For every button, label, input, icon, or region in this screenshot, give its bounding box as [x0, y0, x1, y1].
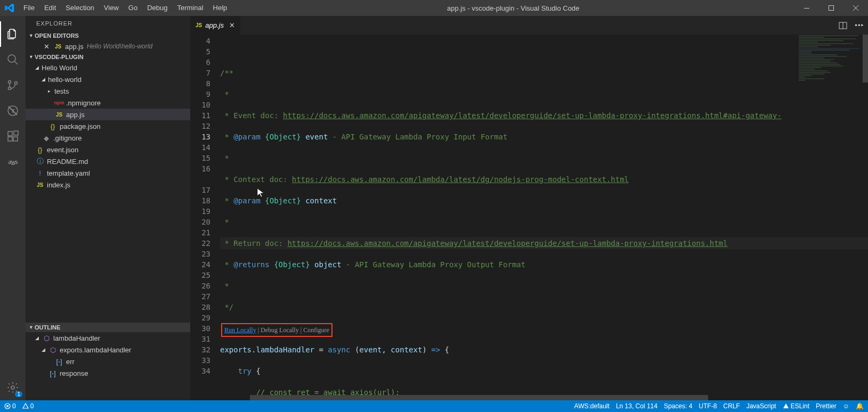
file-gitignore[interactable]: ◆.gitignore	[26, 132, 190, 144]
project-section[interactable]: VSCODE-PLUGIN	[26, 52, 190, 62]
close-icon[interactable]: ✕	[229, 21, 235, 29]
outline-exports[interactable]: ◢⬡exports.lambdaHandler	[26, 344, 190, 356]
status-encoding[interactable]: UTF-8	[699, 402, 717, 410]
svg-point-3	[9, 81, 11, 84]
source-control-icon[interactable]	[0, 72, 26, 98]
outline-lambdahandler[interactable]: ◢⬡lambdaHandler	[26, 332, 190, 344]
file-packagejson[interactable]: {}package.json	[26, 120, 190, 132]
outline-section[interactable]: OUTLINE	[26, 323, 190, 332]
folder-hello-world[interactable]: ◢Hello World	[26, 62, 190, 73]
method-icon: ⬡	[48, 346, 58, 354]
line-gutter: 4567891011121314151617181920212223242526…	[190, 35, 220, 400]
tab-bar: JS app.js ✕ •••	[190, 16, 868, 35]
file-indexjs[interactable]: JSindex.js	[26, 179, 190, 191]
horizontal-scrollbar[interactable]	[250, 395, 861, 400]
status-spaces[interactable]: Spaces: 4	[664, 402, 692, 410]
code-lines[interactable]: /** * * Event doc: https://docs.aws.amaz…	[220, 35, 868, 400]
git-file-icon: ◆	[42, 134, 51, 142]
file-appjs[interactable]: JSapp.js	[26, 109, 190, 120]
variable-icon: [⋅]	[54, 358, 64, 366]
menu-edit[interactable]: Edit	[39, 0, 61, 16]
svg-rect-1	[829, 6, 834, 11]
js-file-icon: JS	[196, 22, 202, 28]
status-prettier[interactable]: Prettier	[816, 402, 837, 410]
menu-file[interactable]: File	[19, 0, 39, 16]
open-editor-hint: Hello World\hello-world	[87, 43, 152, 50]
file-eventjson[interactable]: {}event.json	[26, 144, 190, 155]
codelens-configure[interactable]: Configure	[303, 326, 329, 334]
code-area[interactable]: 4567891011121314151617181920212223242526…	[190, 35, 868, 400]
json-file-icon: {}	[48, 122, 58, 130]
folder-hello-world-sub[interactable]: ◢hello-world	[26, 73, 190, 85]
close-icon[interactable]: ✕	[42, 43, 51, 51]
status-warnings[interactable]: 0	[22, 402, 34, 410]
outline-err[interactable]: [⋅]err	[26, 356, 190, 367]
file-label: app.js	[66, 111, 85, 119]
minimap[interactable]	[797, 35, 861, 98]
split-editor-icon[interactable]	[839, 21, 847, 30]
file-npmignore[interactable]: npm.npmignore	[26, 97, 190, 109]
outline-label: err	[66, 358, 75, 366]
open-editor-label: app.js	[65, 43, 84, 51]
menu-bar: File Edit Selection View Go Debug Termin…	[19, 0, 232, 16]
outline-label: exports.lambdaHandler	[60, 346, 131, 354]
status-feedback-icon[interactable]: ☺	[843, 402, 849, 410]
status-eol[interactable]: CRLF	[723, 402, 740, 410]
status-eslint[interactable]: ESLint	[783, 402, 809, 410]
editor: JS app.js ✕ ••• 456789101112131415161718…	[190, 16, 868, 400]
menu-selection[interactable]: Selection	[61, 0, 99, 16]
file-label: .gitignore	[53, 134, 82, 142]
js-file-icon: JS	[54, 112, 64, 118]
status-aws[interactable]: AWS:default	[574, 402, 610, 410]
folder-label: Hello World	[42, 64, 77, 72]
file-label: event.json	[47, 146, 78, 154]
close-button[interactable]	[843, 0, 868, 16]
status-language[interactable]: JavaScript	[747, 402, 776, 410]
tab-appjs[interactable]: JS app.js ✕	[190, 16, 241, 35]
codelens-run-locally[interactable]: Run Locally	[224, 326, 256, 334]
vertical-scrollbar[interactable]	[861, 35, 868, 400]
svg-rect-8	[8, 137, 12, 141]
maximize-button[interactable]	[819, 0, 843, 16]
npm-file-icon: npm	[54, 100, 64, 105]
menu-terminal[interactable]: Terminal	[172, 0, 208, 16]
codelens: Run Locally | Debug Locally | Configure	[220, 323, 868, 334]
aws-icon[interactable]: aws⌣	[0, 149, 26, 175]
open-editor-item[interactable]: ✕ JS app.js Hello World\hello-world	[26, 40, 190, 52]
file-label: package.json	[60, 122, 101, 130]
js-file-icon: JS	[53, 44, 63, 50]
status-bell-icon[interactable]: 🔔	[856, 402, 864, 410]
file-label: README.md	[47, 158, 88, 166]
menu-help[interactable]: Help	[208, 0, 232, 16]
menu-go[interactable]: Go	[124, 0, 142, 16]
explorer-icon[interactable]	[0, 21, 26, 47]
file-readme[interactable]: ⓘREADME.md	[26, 155, 190, 167]
json-file-icon: {}	[35, 146, 45, 154]
yaml-file-icon: !	[35, 169, 45, 177]
search-icon[interactable]	[0, 47, 26, 72]
settings-icon[interactable]: 1	[0, 375, 26, 400]
codelens-debug-locally[interactable]: Debug Locally	[261, 326, 299, 334]
more-icon[interactable]: •••	[855, 21, 864, 29]
outline-response[interactable]: [⋅]response	[26, 367, 190, 379]
sidebar-title: EXPLORER	[26, 16, 190, 31]
statusbar: 0 0 AWS:default Ln 13, Col 114 Spaces: 4…	[0, 400, 868, 412]
file-templateyaml[interactable]: !template.yaml	[26, 167, 190, 179]
menu-view[interactable]: View	[99, 0, 124, 16]
js-file-icon: JS	[35, 182, 45, 188]
folder-label: tests	[54, 87, 69, 95]
outline-label: lambdaHandler	[53, 334, 100, 342]
sidebar: EXPLORER OPEN EDITORS ✕ JS app.js Hello …	[26, 16, 190, 400]
minimize-button[interactable]	[794, 0, 819, 16]
file-label: index.js	[47, 181, 70, 189]
menu-debug[interactable]: Debug	[142, 0, 172, 16]
debug-icon[interactable]	[0, 98, 26, 123]
folder-label: hello-world	[48, 76, 82, 84]
status-position[interactable]: Ln 13, Col 114	[616, 402, 658, 410]
file-label: .npmignore	[66, 99, 101, 107]
folder-tests[interactable]: ▸tests	[26, 85, 190, 97]
svg-point-5	[15, 82, 18, 85]
status-errors[interactable]: 0	[4, 402, 16, 410]
extensions-icon[interactable]	[0, 123, 26, 149]
open-editors-section[interactable]: OPEN EDITORS	[26, 31, 190, 40]
